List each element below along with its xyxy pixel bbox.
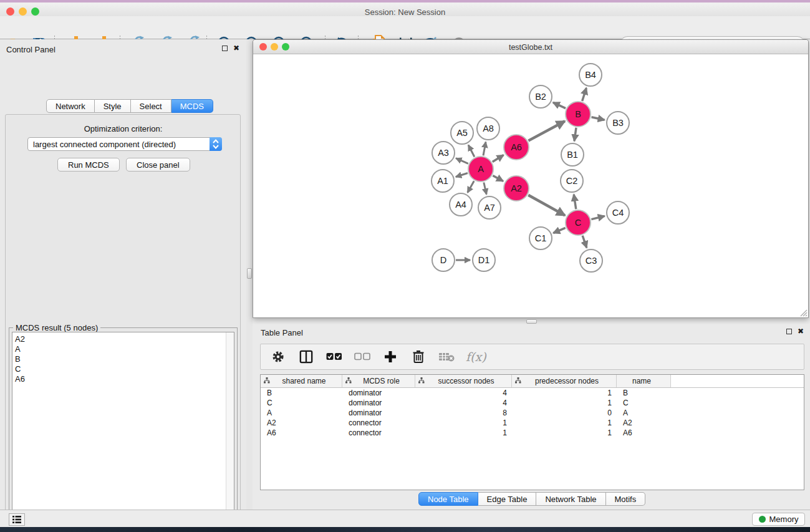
function-builder-icon[interactable]: f(x) — [466, 350, 486, 364]
graph-node-label: A3 — [438, 148, 449, 158]
table-cell[interactable]: C — [261, 398, 342, 408]
graph-node-label: A — [478, 164, 484, 174]
result-item[interactable]: A — [15, 344, 234, 354]
network-graph-canvas[interactable]: B4B2BB3A5A8A6A3B1AA1C2A2A4A7C4CC1C3DD1 — [253, 54, 808, 317]
table-cell[interactable]: 0 — [512, 408, 617, 418]
vertical-divider-grip[interactable] — [247, 268, 252, 279]
column-header-predecessor-nodes[interactable]: predecessor nodes — [512, 375, 617, 387]
show-all-columns-icon[interactable] — [325, 348, 343, 365]
table-cell[interactable]: A6 — [261, 428, 342, 438]
close-table-panel-icon[interactable]: ✖ — [798, 329, 804, 334]
control-panel-buttons: ✖ — [222, 46, 239, 51]
table-cell[interactable]: 4 — [415, 388, 512, 398]
tab-motifs[interactable]: Motifs — [606, 492, 646, 506]
result-scrollbar[interactable] — [226, 332, 234, 532]
table-cell[interactable]: A6 — [617, 428, 671, 438]
table-cell[interactable]: connector — [342, 428, 415, 438]
window-resize-grip[interactable] — [799, 308, 808, 317]
table-cell[interactable]: 1 — [512, 418, 617, 428]
create-column-icon[interactable] — [382, 348, 399, 365]
tab-edge-table[interactable]: Edge Table — [478, 492, 537, 506]
table-row[interactable]: A6connector11A6 — [261, 428, 804, 438]
table-cell[interactable]: A2 — [261, 418, 342, 428]
table-cell[interactable]: dominator — [342, 398, 415, 408]
result-item[interactable]: A2 — [15, 334, 234, 344]
column-header-name[interactable]: name — [617, 375, 671, 387]
table-cell[interactable]: connector — [342, 418, 415, 428]
close-panel-button[interactable]: Close panel — [126, 158, 190, 172]
table-row[interactable]: Bdominator41B — [261, 388, 804, 398]
tab-style[interactable]: Style — [95, 99, 131, 113]
graph-edge-A-A6[interactable] — [493, 155, 504, 162]
control-panel-tabs: NetworkStyleSelectMCDS — [46, 99, 213, 113]
column-header-MCDS-role[interactable]: MCDS role — [342, 375, 415, 387]
graph-edge-A6-B[interactable] — [528, 121, 564, 140]
network-window-titlebar[interactable]: testGlobe.txt — [253, 40, 808, 54]
table-options-gear-icon[interactable] — [269, 348, 287, 365]
float-panel-icon[interactable] — [222, 46, 228, 51]
result-item[interactable]: C — [15, 364, 234, 374]
table-cell[interactable]: A — [617, 408, 671, 418]
table-cell[interactable]: B — [261, 388, 342, 398]
float-table-panel-icon[interactable] — [786, 329, 792, 334]
graph-edge-A-A4[interactable] — [468, 181, 474, 193]
graph-edge-C-C2[interactable] — [574, 195, 576, 209]
graph-edge-A-A3[interactable] — [456, 158, 468, 164]
delete-column-icon[interactable] — [410, 348, 427, 365]
memory-button[interactable]: Memory — [752, 513, 805, 526]
table-cell[interactable]: 1 — [512, 428, 617, 438]
graph-node-label: B4 — [585, 70, 596, 80]
mcds-result-list[interactable]: A2ABCA6 — [12, 332, 234, 532]
graph-node-label: A8 — [483, 123, 494, 133]
table-cell[interactable]: 4 — [415, 398, 512, 408]
hide-all-columns-icon[interactable] — [354, 348, 371, 365]
optimization-criterion-select[interactable]: largest connected component (directed) — [27, 137, 222, 151]
result-item[interactable]: A6 — [15, 374, 234, 384]
table-cell[interactable]: A — [261, 408, 342, 418]
graph-edge-B-B3[interactable] — [591, 117, 604, 120]
table-cell[interactable]: 1 — [415, 418, 512, 428]
tab-network-table[interactable]: Network Table — [536, 492, 605, 506]
close-panel-icon[interactable]: ✖ — [233, 46, 239, 51]
run-mcds-button[interactable]: Run MCDS — [57, 158, 120, 172]
table-cell[interactable]: B — [617, 388, 671, 398]
table-cell[interactable]: A2 — [617, 418, 671, 428]
graph-edge-B-B2[interactable] — [553, 102, 566, 108]
table-cell[interactable]: C — [617, 398, 671, 408]
column-header-shared-name[interactable]: shared name — [261, 375, 342, 387]
node-table-header: shared nameMCDS rolesuccessor nodesprede… — [261, 375, 804, 388]
tab-select[interactable]: Select — [131, 99, 171, 113]
graph-edge-C-C4[interactable] — [591, 216, 604, 219]
panel-mode-icon[interactable] — [297, 348, 315, 365]
task-history-button[interactable] — [9, 513, 25, 526]
graph-edge-C-C1[interactable] — [553, 228, 565, 233]
graph-edge-C-C3[interactable] — [582, 236, 587, 248]
node-table[interactable]: shared nameMCDS rolesuccessor nodesprede… — [260, 374, 804, 490]
table-cell[interactable]: dominator — [342, 408, 415, 418]
graph-edge-A-A7[interactable] — [484, 182, 486, 194]
table-cell[interactable]: 1 — [512, 398, 617, 408]
delete-table-icon[interactable] — [438, 348, 455, 365]
tab-mcds[interactable]: MCDS — [171, 99, 213, 113]
table-cell[interactable]: 8 — [415, 408, 512, 418]
table-cell[interactable]: 1 — [415, 428, 512, 438]
graph-node-label: A7 — [484, 203, 495, 213]
graph-edge-A-A1[interactable] — [456, 173, 468, 177]
column-header-successor-nodes[interactable]: successor nodes — [415, 375, 512, 387]
graph-edge-A-A5[interactable] — [468, 145, 475, 157]
table-row[interactable]: Adominator80A — [261, 408, 804, 418]
graph-edge-A-A2[interactable] — [493, 176, 503, 181]
result-item[interactable]: B — [15, 354, 234, 364]
column-type-icon — [418, 377, 425, 385]
horizontal-divider-grip[interactable] — [526, 319, 537, 324]
graph-edge-A-A8[interactable] — [483, 142, 486, 156]
graph-edge-B-B4[interactable] — [582, 88, 587, 101]
table-row[interactable]: Cdominator41C — [261, 398, 804, 408]
graph-edge-B-B1[interactable] — [574, 128, 576, 141]
graph-edge-A2-C[interactable] — [528, 195, 565, 216]
tab-network[interactable]: Network — [46, 99, 95, 113]
table-cell[interactable]: 1 — [512, 388, 617, 398]
table-cell[interactable]: dominator — [342, 388, 415, 398]
tab-node-table[interactable]: Node Table — [418, 492, 478, 506]
table-row[interactable]: A2connector11A2 — [261, 418, 804, 428]
